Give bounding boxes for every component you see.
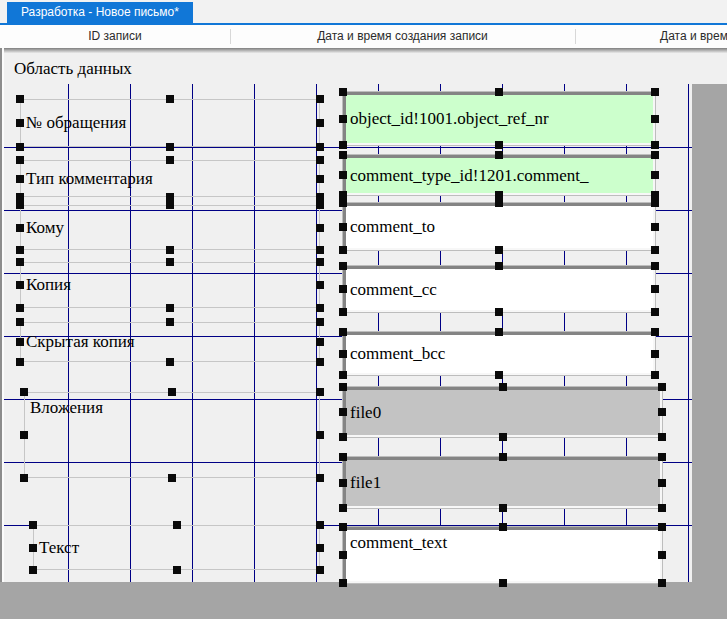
selection-handle[interactable] <box>499 383 507 391</box>
field-file1[interactable]: file1 <box>343 457 662 508</box>
selection-handle[interactable] <box>316 156 324 164</box>
selection-handle[interactable] <box>173 521 181 529</box>
label-comment-type[interactable]: Тип комментария <box>20 160 320 197</box>
selection-handle[interactable] <box>651 308 659 316</box>
selection-handle[interactable] <box>495 88 503 96</box>
selection-handle[interactable] <box>339 479 347 487</box>
selection-handle[interactable] <box>651 88 659 96</box>
selection-handle[interactable] <box>651 115 659 123</box>
selection-handle[interactable] <box>651 141 659 149</box>
selection-handle[interactable] <box>166 246 174 254</box>
selection-handle[interactable] <box>16 119 24 127</box>
selection-handle[interactable] <box>316 281 324 289</box>
selection-handle[interactable] <box>166 95 174 103</box>
selection-handle[interactable] <box>316 304 324 312</box>
selection-handle[interactable] <box>658 504 666 512</box>
label-request-number[interactable]: № обращения <box>20 99 320 147</box>
selection-handle[interactable] <box>339 262 347 270</box>
selection-handle[interactable] <box>651 262 659 270</box>
selection-handle[interactable] <box>495 191 503 199</box>
selection-handle[interactable] <box>495 308 503 316</box>
selection-handle[interactable] <box>166 358 174 366</box>
selection-handle[interactable] <box>316 175 324 183</box>
selection-handle[interactable] <box>651 223 659 231</box>
selection-handle[interactable] <box>339 551 347 559</box>
selection-handle[interactable] <box>16 304 24 312</box>
selection-handle[interactable] <box>16 156 24 164</box>
selection-handle[interactable] <box>166 156 174 164</box>
selection-handle[interactable] <box>173 566 181 574</box>
selection-handle[interactable] <box>499 523 507 531</box>
label-bcc[interactable]: Скрытая копия <box>20 322 320 362</box>
selection-handle[interactable] <box>499 433 507 441</box>
selection-handle[interactable] <box>339 115 347 123</box>
selection-handle[interactable] <box>339 199 347 207</box>
selection-handle[interactable] <box>495 328 503 336</box>
selection-handle[interactable] <box>316 246 324 254</box>
selection-handle[interactable] <box>16 281 24 289</box>
selection-handle[interactable] <box>16 338 24 346</box>
selection-handle[interactable] <box>499 504 507 512</box>
selection-handle[interactable] <box>339 453 347 461</box>
selection-handle[interactable] <box>168 474 176 482</box>
selection-handle[interactable] <box>316 201 324 209</box>
field-request-number[interactable]: object_id!1001.object_ref_nr <box>343 92 655 145</box>
selection-handle[interactable] <box>339 171 347 179</box>
selection-handle[interactable] <box>16 193 24 201</box>
selection-handle[interactable] <box>29 544 37 552</box>
selection-handle[interactable] <box>339 433 347 441</box>
selection-handle[interactable] <box>339 191 347 199</box>
selection-handle[interactable] <box>495 141 503 149</box>
selection-handle[interactable] <box>316 95 324 103</box>
selection-handle[interactable] <box>339 88 347 96</box>
selection-handle[interactable] <box>166 304 174 312</box>
selection-handle[interactable] <box>495 151 503 159</box>
field-comment-bcc[interactable]: comment_bcc <box>343 332 655 375</box>
selection-handle[interactable] <box>20 474 28 482</box>
selection-handle[interactable] <box>166 201 174 209</box>
selection-handle[interactable] <box>16 246 24 254</box>
selection-handle[interactable] <box>29 521 37 529</box>
selection-handle[interactable] <box>339 350 347 358</box>
selection-handle[interactable] <box>658 383 666 391</box>
selection-handle[interactable] <box>658 408 666 416</box>
selection-handle[interactable] <box>316 224 324 232</box>
selection-handle[interactable] <box>339 328 347 336</box>
label-attachments[interactable]: Вложения <box>24 392 320 478</box>
selection-handle[interactable] <box>316 431 324 439</box>
selection-handle[interactable] <box>339 308 347 316</box>
selection-handle[interactable] <box>166 143 174 151</box>
selection-handle[interactable] <box>339 223 347 231</box>
selection-handle[interactable] <box>651 199 659 207</box>
selection-handle[interactable] <box>16 201 24 209</box>
selection-handle[interactable] <box>16 175 24 183</box>
selection-handle[interactable] <box>339 504 347 512</box>
field-comment-cc[interactable]: comment_cc <box>343 266 655 312</box>
selection-handle[interactable] <box>16 318 24 326</box>
selection-handle[interactable] <box>16 224 24 232</box>
selection-handle[interactable] <box>499 453 507 461</box>
selection-handle[interactable] <box>495 199 503 207</box>
selection-handle[interactable] <box>495 246 503 254</box>
selection-handle[interactable] <box>339 523 347 531</box>
selection-handle[interactable] <box>316 544 324 552</box>
selection-handle[interactable] <box>651 246 659 254</box>
selection-handle[interactable] <box>316 318 324 326</box>
selection-handle[interactable] <box>16 143 24 151</box>
selection-handle[interactable] <box>29 566 37 574</box>
field-file0[interactable]: file0 <box>343 387 662 437</box>
selection-handle[interactable] <box>651 171 659 179</box>
selection-handle[interactable] <box>20 388 28 396</box>
selection-handle[interactable] <box>658 433 666 441</box>
selection-handle[interactable] <box>339 246 347 254</box>
selection-handle[interactable] <box>316 388 324 396</box>
selection-handle[interactable] <box>651 285 659 293</box>
label-to[interactable]: Кому <box>20 205 320 250</box>
selection-handle[interactable] <box>339 408 347 416</box>
selection-handle[interactable] <box>651 371 659 379</box>
selection-handle[interactable] <box>316 566 324 574</box>
selection-handle[interactable] <box>658 579 666 587</box>
selection-handle[interactable] <box>316 474 324 482</box>
selection-handle[interactable] <box>658 551 666 559</box>
selection-handle[interactable] <box>316 338 324 346</box>
